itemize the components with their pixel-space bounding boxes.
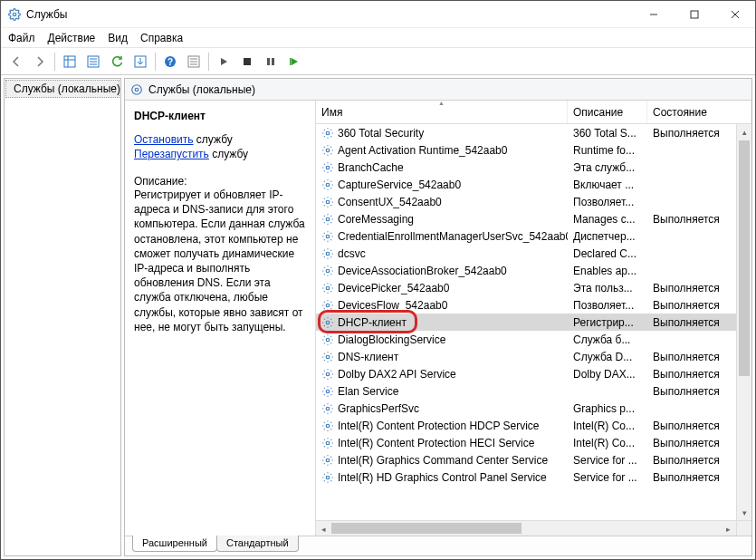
service-icon xyxy=(321,127,334,140)
service-desc: Enables ap... xyxy=(568,265,647,277)
service-icon xyxy=(321,144,334,157)
service-icon xyxy=(321,454,334,467)
export-icon[interactable] xyxy=(129,51,151,72)
service-desc: Эта польз... xyxy=(568,282,647,294)
service-row[interactable]: dcsvcDeclared C... xyxy=(316,245,751,262)
service-name: Intel(R) Graphics Command Center Service xyxy=(338,454,548,467)
gear-icon xyxy=(8,8,21,21)
service-icon xyxy=(321,420,334,432)
service-name: GraphicsPerfSvc xyxy=(338,402,419,415)
pause-service-icon[interactable] xyxy=(260,51,282,72)
service-row[interactable]: Dolby DAX2 API ServiceDolby DAX...Выполн… xyxy=(316,365,751,382)
service-row[interactable]: Intel(R) HD Graphics Control Panel Servi… xyxy=(316,468,751,486)
service-row[interactable]: Intel(R) Content Protection HDCP Service… xyxy=(316,417,751,434)
service-row[interactable]: Agent Activation Runtime_542aab0Runtime … xyxy=(316,141,751,159)
tab-standard[interactable]: Стандартный xyxy=(216,536,299,552)
tree-root[interactable]: Службы (локальные) xyxy=(5,80,120,98)
menu-help[interactable]: Справка xyxy=(140,32,183,44)
content-title: Службы (локальные) xyxy=(148,83,255,96)
service-row[interactable]: DevicePicker_542aab0Эта польз...Выполняе… xyxy=(316,279,751,296)
col-desc[interactable]: Описание xyxy=(568,101,647,123)
service-row[interactable]: GraphicsPerfSvcGraphics p... xyxy=(316,400,751,417)
service-desc: 360 Total S... xyxy=(568,127,647,140)
props2-icon[interactable] xyxy=(183,51,205,72)
maximize-button[interactable] xyxy=(674,1,714,28)
service-icon xyxy=(321,471,334,484)
detail-pane-icon[interactable] xyxy=(59,51,81,72)
col-name[interactable]: Имя▲ xyxy=(316,101,568,123)
service-row[interactable]: CaptureService_542aab0Включает ... xyxy=(316,176,751,193)
service-icon xyxy=(321,265,334,277)
service-row[interactable]: Intel(R) Content Protection HECI Service… xyxy=(316,434,751,451)
service-row[interactable]: 360 Total Security360 Total S...Выполняе… xyxy=(316,124,751,141)
sort-asc-icon: ▲ xyxy=(438,100,445,106)
horizontal-scrollbar[interactable]: ◂ ▸ xyxy=(316,520,736,536)
service-name: CoreMessaging xyxy=(338,213,414,226)
service-icon xyxy=(321,385,334,398)
service-row[interactable]: DeviceAssociationBroker_542aab0Enables a… xyxy=(316,262,751,279)
service-desc: Manages c... xyxy=(568,213,647,226)
gear-icon xyxy=(130,83,143,96)
menubar: Файл Действие Вид Справка xyxy=(1,28,755,48)
minimize-button[interactable] xyxy=(633,1,674,28)
body: Службы (локальные) Службы (локальные) DH… xyxy=(1,75,755,559)
col-state[interactable]: Состояние xyxy=(647,101,751,123)
detail-pane: DHCP-клиент Остановить службу Перезапуст… xyxy=(125,101,315,536)
service-desc: Служба б... xyxy=(568,333,647,346)
service-row[interactable]: BranchCacheЭта служб... xyxy=(316,159,751,176)
refresh-icon[interactable] xyxy=(106,51,128,72)
service-row[interactable]: CredentialEnrollmentManagerUserSvc_542aa… xyxy=(316,227,751,245)
stop-service-link[interactable]: Остановить xyxy=(134,133,194,146)
menu-file[interactable]: Файл xyxy=(8,32,35,44)
service-row[interactable]: Elan ServiceВыполняется xyxy=(316,382,751,400)
properties-icon[interactable] xyxy=(82,51,104,72)
tab-extended[interactable]: Расширенный xyxy=(132,536,217,552)
service-row[interactable]: ConsentUX_542aab0Позволяет... xyxy=(316,193,751,210)
service-row[interactable]: Intel(R) Graphics Command Center Service… xyxy=(316,451,751,468)
vertical-scrollbar[interactable]: ▴ ▾ xyxy=(736,124,751,520)
svg-point-39 xyxy=(326,338,330,342)
forward-button[interactable] xyxy=(29,51,51,72)
service-name: 360 Total Security xyxy=(338,127,424,140)
service-name: Intel(R) Content Protection HECI Service xyxy=(338,437,534,449)
svg-point-41 xyxy=(326,372,330,376)
service-icon xyxy=(321,316,334,329)
titlebar: Службы xyxy=(1,1,755,28)
service-row[interactable]: DHCP-клиентРегистрир...Выполняется xyxy=(316,314,751,331)
svg-point-46 xyxy=(326,459,330,462)
stop-service-icon[interactable] xyxy=(236,51,258,72)
svg-point-43 xyxy=(326,407,330,410)
service-name: Dolby DAX2 API Service xyxy=(338,368,456,381)
service-desc: Service for ... xyxy=(568,471,647,484)
service-icon xyxy=(321,437,334,449)
svg-point-32 xyxy=(326,217,330,221)
service-name: DNS-клиент xyxy=(338,351,398,363)
svg-point-40 xyxy=(326,355,330,359)
service-icon xyxy=(321,161,334,174)
service-row[interactable]: CoreMessagingManages c...Выполняется xyxy=(316,210,751,227)
service-desc: Позволяет... xyxy=(568,299,647,312)
svg-point-34 xyxy=(326,252,330,256)
service-name: DHCP-клиент xyxy=(338,316,407,329)
service-row[interactable]: DNS-клиентСлужба D...Выполняется xyxy=(316,348,751,365)
menu-view[interactable]: Вид xyxy=(108,32,128,44)
back-button[interactable] xyxy=(5,51,27,72)
svg-point-37 xyxy=(326,304,330,307)
restart-service-link[interactable]: Перезапустить xyxy=(134,148,209,160)
help-icon[interactable]: ? xyxy=(159,51,181,72)
service-icon xyxy=(321,402,334,415)
list-body: 360 Total Security360 Total S...Выполняе… xyxy=(316,124,751,536)
service-icon xyxy=(321,368,334,381)
menu-action[interactable]: Действие xyxy=(48,32,96,44)
service-row[interactable]: DevicesFlow_542aab0Позволяет...Выполняет… xyxy=(316,296,751,314)
start-service-icon[interactable] xyxy=(213,51,234,72)
service-name: Intel(R) HD Graphics Control Panel Servi… xyxy=(338,471,547,484)
close-button[interactable] xyxy=(714,1,755,28)
service-row[interactable]: DialogBlockingServiceСлужба б... xyxy=(316,331,751,348)
svg-rect-2 xyxy=(691,11,698,18)
svg-rect-5 xyxy=(64,56,75,67)
service-desc: Диспетчер... xyxy=(568,230,647,243)
restart-service-icon[interactable] xyxy=(283,51,305,72)
svg-point-45 xyxy=(326,441,330,445)
service-name: DevicePicker_542aab0 xyxy=(338,282,449,294)
